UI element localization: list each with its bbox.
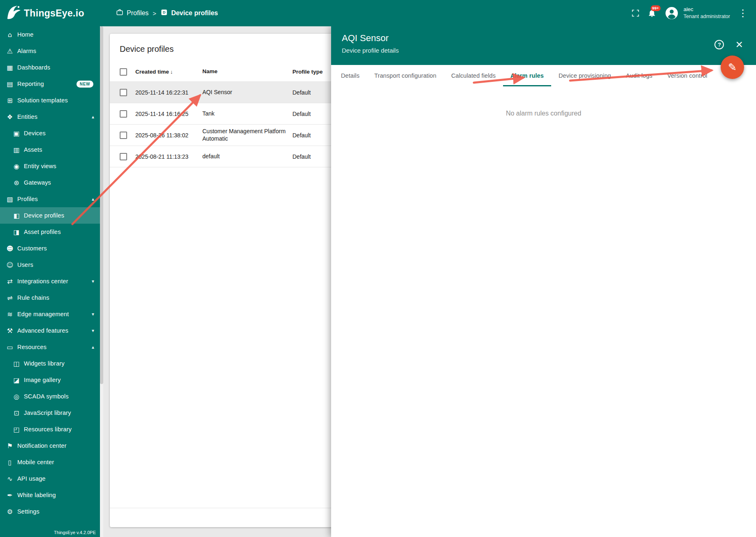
panel-header: AQI Sensor Device profile details ? × — [331, 26, 756, 65]
cell-name: AQI Sensor — [202, 89, 292, 96]
column-header-created-time[interactable]: Created time↓ — [135, 69, 202, 75]
sidebar-item-label: SCADA symbols — [24, 393, 94, 400]
sidebar-item-label: Image gallery — [24, 377, 94, 383]
scada-symbols-icon: ◎ — [12, 393, 21, 400]
header-actions: 99+ alec Tenant administrator ⋮ — [631, 6, 748, 21]
breadcrumb-separator: > — [153, 10, 156, 17]
sidebar-item-resources-library[interactable]: ◰ Resources library — [0, 421, 100, 437]
app-version: ThingsEye v.4.2.0PE — [54, 530, 96, 535]
row-checkbox[interactable] — [120, 89, 127, 96]
sidebar-item-dashboards[interactable]: ▦ Dashboards — [0, 59, 100, 76]
sidebar-item-entities[interactable]: ❖ Entities ▴ — [0, 109, 100, 125]
notifications-bell-icon[interactable]: 99+ — [647, 9, 656, 18]
sidebar-item-entity-views[interactable]: ◉ Entity views — [0, 158, 100, 174]
tab-calculated-fields[interactable]: Calculated fields — [444, 65, 503, 86]
resources-library-icon: ◰ — [12, 426, 21, 433]
edge-management-icon: ≋ — [6, 310, 14, 318]
sidebar-item-label: JavaScript library — [24, 410, 94, 416]
sidebar-item-asset-profiles[interactable]: ◨ Asset profiles — [0, 224, 100, 240]
sidebar-item-label: Edge management — [17, 311, 92, 317]
edit-fab[interactable]: ✎ — [721, 56, 744, 79]
cell-name: Customer Management Platform Automatic — [202, 128, 292, 142]
solution-templates-icon: ⊞ — [6, 97, 14, 104]
user-role: Tenant administrator — [684, 13, 730, 20]
sidebar-item-white-labeling[interactable]: ✒ White labeling — [0, 487, 100, 503]
sidebar-item-label: Reporting — [17, 81, 77, 87]
settings-icon: ⚙ — [6, 508, 14, 516]
sidebar-item-profiles[interactable]: ▧ Profiles ▴ — [0, 191, 100, 207]
sidebar-item-customers[interactable]: ☻ Customers — [0, 240, 100, 257]
widgets-library-icon: ◫ — [12, 360, 21, 368]
help-icon[interactable]: ? — [714, 40, 724, 49]
sidebar-item-label: Asset profiles — [24, 229, 94, 235]
sidebar-item-alarms[interactable]: ⚠ Alarms — [0, 43, 100, 59]
tab-details[interactable]: Details — [334, 65, 367, 86]
breadcrumb-profiles[interactable]: Profiles — [116, 9, 148, 18]
sidebar-scrollbar[interactable] — [100, 26, 103, 537]
sidebar-item-label: API usage — [17, 475, 94, 482]
tab-alarm-rules[interactable]: Alarm rules — [503, 65, 551, 86]
chevron-up-icon: ▴ — [92, 344, 94, 350]
scrollbar-thumb[interactable] — [100, 26, 103, 384]
user-avatar[interactable] — [664, 6, 679, 21]
breadcrumb-label: Profiles — [127, 9, 148, 17]
dashboards-icon: ▦ — [6, 64, 14, 72]
sidebar-item-edge-management[interactable]: ≋ Edge management ▾ — [0, 306, 100, 322]
sidebar-item-label: Mobile center — [17, 459, 94, 465]
sidebar-item-api-usage[interactable]: ∿ API usage — [0, 470, 100, 487]
logo-bird-icon — [5, 4, 22, 22]
row-checkbox[interactable] — [120, 132, 127, 139]
row-checkbox[interactable] — [120, 110, 127, 118]
app-logo[interactable]: ThingsEye.io — [5, 4, 103, 22]
cell-created-time: 2025-11-14 16:16:25 — [135, 111, 202, 117]
sidebar-item-devices[interactable]: ▣ Devices — [0, 125, 100, 141]
sidebar-item-solution-templates[interactable]: ⊞ Solution templates — [0, 92, 100, 109]
sidebar-item-image-gallery[interactable]: ◪ Image gallery — [0, 372, 100, 388]
sidebar-item-reporting[interactable]: ▤ Reporting NEW — [0, 76, 100, 92]
sidebar-item-gateways[interactable]: ⊛ Gateways — [0, 174, 100, 191]
assets-icon: ▥ — [12, 146, 21, 154]
sidebar-item-label: Notification center — [17, 442, 94, 449]
sidebar-item-device-profiles[interactable]: ◧ Device profiles — [0, 207, 100, 224]
sidebar-item-resources[interactable]: ▭ Resources ▴ — [0, 339, 100, 355]
sidebar-item-label: Entity views — [24, 163, 94, 169]
sidebar-item-label: Widgets library — [24, 360, 94, 367]
sidebar-item-users[interactable]: ☺ Users — [0, 257, 100, 273]
sidebar-item-assets[interactable]: ▥ Assets — [0, 141, 100, 158]
column-label: Created time — [135, 69, 169, 75]
panel-tabs: Details Transport configuration Calculat… — [331, 65, 756, 86]
column-header-name[interactable]: Name — [202, 68, 292, 75]
sidebar-item-rule-chains[interactable]: ⇌ Rule chains — [0, 289, 100, 306]
entities-icon: ❖ — [6, 113, 14, 121]
select-all-checkbox[interactable] — [120, 68, 127, 76]
sidebar-item-scada-symbols[interactable]: ◎ SCADA symbols — [0, 388, 100, 405]
sidebar-item-notification-center[interactable]: ⚑ Notification center — [0, 437, 100, 454]
tab-transport-configuration[interactable]: Transport configuration — [367, 65, 444, 86]
device-profile-details-panel: AQI Sensor Device profile details ? × De… — [331, 26, 756, 537]
tab-version-control[interactable]: Version control — [660, 65, 714, 86]
sidebar-item-home[interactable]: ⌂ Home — [0, 26, 100, 43]
row-checkbox[interactable] — [120, 153, 127, 160]
cell-name: default — [202, 153, 292, 160]
breadcrumb-label: Device profiles — [171, 9, 218, 17]
devices-icon: ▣ — [12, 130, 21, 137]
sidebar-item-javascript-library[interactable]: ⊡ JavaScript library — [0, 405, 100, 421]
integrations-icon: ⇄ — [6, 278, 14, 285]
sidebar-item-settings[interactable]: ⚙ Settings — [0, 503, 100, 520]
home-icon: ⌂ — [6, 31, 14, 39]
sidebar-item-mobile-center[interactable]: ▯ Mobile center — [0, 454, 100, 470]
sidebar-item-label: Integrations center — [17, 278, 92, 285]
chevron-up-icon: ▴ — [92, 196, 94, 202]
sidebar-item-integrations-center[interactable]: ⇄ Integrations center ▾ — [0, 273, 100, 289]
tab-device-provisioning[interactable]: Device provisioning — [551, 65, 619, 86]
users-icon: ☺ — [6, 261, 14, 269]
tab-audit-logs[interactable]: Audit logs — [619, 65, 660, 86]
sidebar-item-label: Resources — [17, 344, 92, 350]
sidebar-item-widgets-library[interactable]: ◫ Widgets library — [0, 355, 100, 372]
breadcrumb: Profiles > D Device profiles — [116, 9, 218, 18]
pencil-icon: ✎ — [728, 61, 737, 73]
fullscreen-icon[interactable] — [631, 9, 640, 17]
more-menu-icon[interactable]: ⋮ — [738, 8, 748, 18]
sidebar-item-advanced-features[interactable]: ⚒ Advanced features ▾ — [0, 322, 100, 339]
close-icon[interactable]: × — [735, 39, 743, 49]
